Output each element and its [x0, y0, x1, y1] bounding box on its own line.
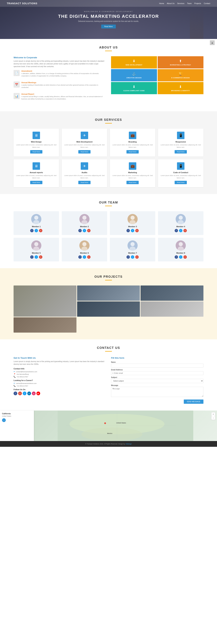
team-tw-0[interactable]: t — [35, 229, 38, 232]
tile-creative-label: CREATIVE DESIGN — [126, 77, 142, 78]
tile-branding: ⬇ BRANDING & IDENTITY — [158, 82, 203, 94]
map-directions-icon[interactable]: → — [2, 418, 6, 422]
contact-email: contact@transactsolutions.com — [16, 371, 37, 372]
service-read-more-7[interactable]: Read More — [175, 181, 187, 184]
service-read-more-3[interactable]: Read More — [175, 150, 187, 154]
meetings-icon: 📅 — [14, 82, 20, 88]
team-fb-6[interactable]: f — [126, 255, 130, 259]
team-card-7: Member 8 f t G — [158, 238, 203, 262]
team-tw-1[interactable]: t — [83, 229, 86, 232]
name-input[interactable] — [111, 364, 203, 368]
project-3[interactable] — [141, 286, 203, 301]
meetings-title: Annual Meetings — [21, 82, 106, 84]
team-tw-4[interactable]: t — [35, 255, 38, 259]
team-fb-3[interactable]: f — [175, 229, 178, 232]
subject-select[interactable]: Select subject General Inquiry Support — [111, 379, 203, 383]
linkedin-icon[interactable]: in — [27, 392, 31, 395]
map-address: United States — [2, 415, 32, 417]
team-name-0: Member 1 — [16, 226, 56, 228]
team-fb-7[interactable]: f — [175, 255, 178, 259]
facebook-icon[interactable]: f — [14, 392, 17, 395]
tile-web-dev-icon: ⬇ — [133, 59, 135, 63]
career-phone-icon: 📞 — [14, 385, 16, 387]
nav-services[interactable]: Services — [177, 2, 184, 4]
project-5[interactable] — [141, 302, 203, 317]
nav-about[interactable]: About Us — [167, 2, 174, 4]
instagram-icon[interactable]: ig — [32, 392, 36, 395]
service-read-more-1[interactable]: Read More — [78, 150, 91, 154]
team-tw-5[interactable]: t — [83, 255, 86, 259]
message-textarea[interactable] — [111, 387, 203, 397]
team-fb-5[interactable]: f — [78, 255, 82, 259]
footer-designer-link[interactable]: Xitdesign — [125, 443, 132, 445]
scroll-top-button[interactable]: ▲ — [210, 40, 215, 45]
service-read-more-4[interactable]: Read More — [30, 181, 43, 184]
map-svg — [34, 410, 217, 441]
navbar: TRANSACT SOLUTIONS Home About Us Service… — [0, 0, 217, 7]
team-gp-2[interactable]: G — [135, 229, 139, 232]
tile-marketing-icon: ⬆ — [179, 59, 182, 63]
svg-point-0 — [34, 216, 38, 220]
team-gp-3[interactable]: G — [183, 229, 187, 232]
email-input[interactable] — [114, 372, 202, 375]
send-message-button[interactable]: SEND MESSAGE — [184, 400, 203, 404]
nav-home[interactable]: Home — [159, 2, 164, 4]
team-gp-6[interactable]: G — [135, 255, 139, 259]
team-avatar-5 — [79, 240, 90, 250]
team-socials-3: f t G — [161, 229, 201, 232]
hero-content: WORLDWIDE E-COMMERCE DEVELOPMENT THE DIG… — [55, 7, 162, 32]
team-avatar-4 — [31, 240, 41, 250]
contact-phone: +01 8001217657 — [17, 376, 28, 378]
project-2[interactable] — [77, 286, 140, 301]
team-socials-4: f t G — [16, 255, 56, 259]
name-group: Name — [111, 361, 203, 368]
googleplus-icon[interactable]: G — [18, 392, 22, 395]
svg-point-6 — [179, 216, 183, 220]
team-fb-1[interactable]: f — [78, 229, 82, 232]
service-read-more-5[interactable]: Read More — [78, 181, 91, 184]
map-location: California — [2, 412, 32, 414]
team-tw-6[interactable]: t — [131, 255, 134, 259]
team-fb-0[interactable]: f — [30, 229, 34, 232]
svg-point-14 — [179, 242, 183, 246]
team-fb-4[interactable]: f — [30, 255, 34, 259]
project-1[interactable] — [14, 286, 76, 317]
project-6[interactable] — [14, 317, 76, 332]
about-item-amendment: 📄 Amendment A alteration, addition, dele… — [14, 70, 106, 79]
service-card-3: 📱 Responsive Lorem ipsum dolor sit amet,… — [158, 128, 203, 156]
nav-contact[interactable]: Contact — [204, 2, 210, 4]
avatar-svg-3 — [176, 214, 186, 224]
service-icon-2: 💼 — [129, 132, 136, 139]
twitter-icon[interactable]: t — [23, 392, 27, 395]
team-tw-2[interactable]: t — [131, 229, 134, 232]
service-card-1: ✈ Web Development Lorem ipsum dolor sit … — [62, 128, 107, 156]
svg-point-4 — [131, 216, 135, 220]
team-gp-5[interactable]: G — [87, 255, 91, 259]
avatar-svg-2 — [127, 214, 138, 224]
tile-ecommerce-label: E-COMMERCE DESIGN — [171, 77, 190, 78]
svg-point-5 — [129, 220, 136, 224]
service-title-3: Responsive — [160, 141, 201, 143]
project-4[interactable] — [77, 302, 140, 317]
team-avatar-6 — [127, 240, 138, 250]
hero-read-more-button[interactable]: Read More — [101, 24, 116, 28]
map-zoom-out-button[interactable]: − — [211, 416, 215, 420]
service-read-more-0[interactable]: Read More — [30, 150, 43, 154]
team-gp-4[interactable]: G — [39, 255, 42, 259]
footer-design-label: Design by — [118, 443, 125, 445]
service-read-more-2[interactable]: Read More — [126, 150, 139, 154]
team-gp-0[interactable]: G — [39, 229, 42, 232]
team-tw-3[interactable]: t — [179, 229, 182, 232]
map-zoom-in-button[interactable]: + — [211, 412, 215, 416]
nav-projects[interactable]: Projects — [194, 2, 201, 4]
team-tw-7[interactable]: t — [179, 255, 182, 259]
youtube-icon[interactable]: ▶ — [37, 392, 40, 395]
team-fb-2[interactable]: f — [126, 229, 130, 232]
team-gp-7[interactable]: G — [183, 255, 187, 259]
team-gp-1[interactable]: G — [87, 229, 91, 232]
service-read-more-6[interactable]: Read More — [126, 181, 139, 184]
hero-section: TRANSACT SOLUTIONS Home About Us Service… — [0, 0, 217, 39]
team-avatar-2 — [127, 214, 138, 224]
team-card-0: Member 1 f t G — [14, 211, 59, 235]
nav-team[interactable]: Team — [187, 2, 191, 4]
